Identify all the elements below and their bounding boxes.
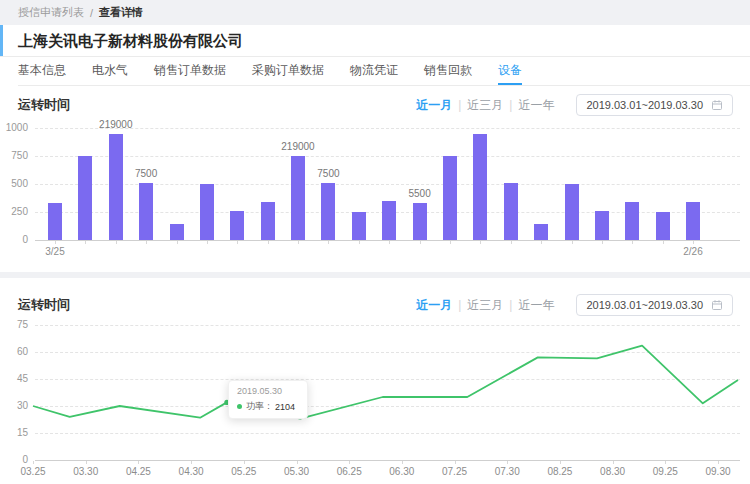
bar-16[interactable] [534, 224, 548, 240]
x-axis-tick [389, 241, 390, 244]
x-axis-tick [359, 241, 360, 244]
x-axis-label-5: 05.30 [284, 466, 309, 477]
line-chart-card: 运转时间 近一月|近三月|近一年 2019.03.01~2019.03.30 2… [0, 278, 750, 484]
bar-14[interactable] [473, 134, 487, 240]
bar-1[interactable] [78, 156, 92, 240]
x-axis-tick [602, 241, 603, 244]
x-axis-label-10: 08.25 [547, 466, 572, 477]
line-series [33, 325, 740, 460]
x-axis-tick [55, 241, 56, 244]
x-axis-tick [298, 241, 299, 244]
line-chart: 2019.05.30 功率： 2104 0153045607503.2503.3… [0, 278, 750, 484]
gridline-y1000 [35, 128, 740, 129]
x-axis-tick [177, 241, 178, 244]
y-axis-label-250: 250 [0, 206, 28, 217]
bar-17[interactable] [565, 184, 579, 240]
bar-20[interactable] [656, 212, 670, 240]
bar-9[interactable] [321, 183, 335, 240]
x-axis-label-3: 04.30 [179, 466, 204, 477]
x-axis-label-6: 06.25 [337, 466, 362, 477]
breadcrumb-current: 查看详情 [99, 5, 143, 20]
y-axis-label-750: 750 [0, 150, 28, 161]
x-axis-label-7: 06.30 [389, 466, 414, 477]
tooltip-series-label: 功率： [246, 400, 273, 413]
x-axis-label-9: 07.30 [495, 466, 520, 477]
gridline-y750 [35, 156, 740, 157]
bar-13[interactable] [443, 156, 457, 240]
breadcrumb-parent-link[interactable]: 授信申请列表 [18, 5, 84, 20]
bar-value-label-8: 219000 [281, 141, 314, 152]
y-axis-label-0: 0 [0, 234, 28, 245]
x-axis-tick [632, 241, 633, 244]
x-axis-tick [541, 241, 542, 244]
y-axis-label-75: 75 [0, 319, 28, 330]
x-axis-label-0: 03.25 [20, 466, 45, 477]
x-axis-line [35, 460, 740, 461]
bar-10[interactable] [352, 212, 366, 240]
bar-21[interactable] [686, 202, 700, 240]
y-axis-label-60: 60 [0, 346, 28, 357]
x-axis-tick [693, 241, 694, 244]
x-axis-tick [665, 461, 666, 464]
power-line [33, 346, 738, 419]
tooltip-series-row: 功率： 2104 [237, 400, 299, 413]
breadcrumb-separator: / [90, 7, 93, 19]
bar-value-label-2: 219000 [99, 119, 132, 130]
x-axis-tick [237, 241, 238, 244]
y-axis-label-500: 500 [0, 178, 28, 189]
x-axis-tick [560, 461, 561, 464]
bar-value-label-3: 7500 [135, 168, 157, 179]
x-axis-tick [450, 241, 451, 244]
x-axis-label-4: 05.25 [231, 466, 256, 477]
bar-6[interactable] [230, 211, 244, 240]
bar-8[interactable] [291, 156, 305, 240]
x-axis-tick [718, 461, 719, 464]
bar-0[interactable] [48, 203, 62, 240]
x-axis-tick [297, 461, 298, 464]
x-axis-label-8: 07.25 [442, 466, 467, 477]
x-axis-tick [511, 241, 512, 244]
x-axis-tick [116, 241, 117, 244]
x-axis-tick [268, 241, 269, 244]
bar-5[interactable] [200, 184, 214, 240]
y-axis-label-45: 45 [0, 373, 28, 384]
bar-value-label-12: 5500 [408, 188, 430, 199]
x-axis-label-11: 08.30 [600, 466, 625, 477]
x-axis-tick [146, 241, 147, 244]
bar-11[interactable] [382, 201, 396, 240]
x-axis-tick [480, 241, 481, 244]
x-axis-label-1: 03.30 [73, 466, 98, 477]
x-axis-tick [420, 241, 421, 244]
bar-15[interactable] [504, 183, 518, 240]
x-axis-line [35, 240, 740, 241]
bar-3[interactable] [139, 183, 153, 240]
x-axis-tick [402, 461, 403, 464]
y-axis-label-0: 0 [0, 454, 28, 465]
x-axis-tick [85, 241, 86, 244]
bar-19[interactable] [625, 202, 639, 240]
bar-12[interactable] [413, 203, 427, 240]
x-axis-tick [244, 461, 245, 464]
x-axis-tick [613, 461, 614, 464]
chart-tooltip: 2019.05.30 功率： 2104 [228, 380, 308, 419]
x-axis-tick [507, 461, 508, 464]
x-axis-tick [572, 241, 573, 244]
x-axis-tick [663, 241, 664, 244]
bar-7[interactable] [261, 202, 275, 240]
tooltip-value: 2104 [275, 402, 295, 412]
series-dot-icon [237, 404, 242, 409]
bar-18[interactable] [595, 211, 609, 240]
x-axis-label-2: 04.25 [126, 466, 151, 477]
x-axis-tick [328, 241, 329, 244]
x-axis-tick [86, 461, 87, 464]
page: 授信申请列表 / 查看详情 上海关讯电子新材料股份有限公司 基本信息电水气销售订… [0, 0, 750, 484]
x-axis-label-13: 09.30 [705, 466, 730, 477]
bar-4[interactable] [170, 224, 184, 240]
x-axis-tick [33, 461, 34, 464]
bar-2[interactable] [109, 134, 123, 240]
x-axis-label-21: 2/26 [683, 246, 702, 257]
breadcrumb: 授信申请列表 / 查看详情 [18, 0, 143, 25]
bar-chart: 025050075010002190007500219000750055003/… [0, 25, 750, 272]
y-axis-label-15: 15 [0, 427, 28, 438]
x-axis-tick [138, 461, 139, 464]
